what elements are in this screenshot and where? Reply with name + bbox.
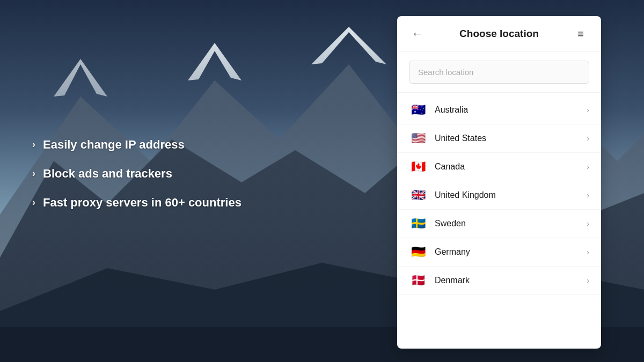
search-wrapper	[409, 61, 589, 84]
chevron-united-states: ›	[587, 134, 589, 143]
country-item-canada[interactable]: 🇨🇦 Canada ›	[397, 153, 601, 181]
feature-text-2: Block ads and trackers	[43, 167, 172, 181]
panel-title: Choose location	[459, 28, 539, 40]
flag-canada: 🇨🇦	[409, 160, 427, 173]
feature-item-2: › Block ads and trackers	[32, 167, 241, 181]
flag-sweden: 🇸🇪	[409, 217, 427, 230]
search-section	[397, 52, 601, 93]
country-name-denmark: Denmark	[435, 276, 587, 285]
features-section: › Easily change IP address › Block ads a…	[32, 138, 241, 225]
flag-denmark: 🇩🇰	[409, 274, 427, 287]
chevron-icon-1: ›	[32, 139, 35, 150]
country-name-australia: Australia	[435, 105, 587, 115]
chevron-sweden: ›	[587, 219, 589, 228]
panel-header: ← Choose location ≡	[397, 16, 601, 52]
country-item-germany[interactable]: 🇩🇪 Germany ›	[397, 238, 601, 267]
country-name-united-kingdom: United Kingdom	[435, 190, 587, 200]
country-name-germany: Germany	[435, 247, 587, 257]
flag-united-states: 🇺🇸	[409, 132, 427, 145]
chevron-united-kingdom: ›	[587, 191, 589, 200]
country-item-sweden[interactable]: 🇸🇪 Sweden ›	[397, 210, 601, 238]
flag-australia: 🇦🇺	[409, 104, 427, 116]
countries-list[interactable]: 🇦🇺 Australia › 🇺🇸 United States › 🇨🇦 Can…	[397, 93, 601, 349]
chevron-icon-2: ›	[32, 168, 35, 179]
chevron-australia: ›	[587, 106, 589, 114]
flag-germany: 🇩🇪	[409, 246, 427, 258]
feature-item-1: › Easily change IP address	[32, 138, 241, 152]
country-name-sweden: Sweden	[435, 219, 587, 228]
country-name-canada: Canada	[435, 162, 587, 172]
country-item-united-kingdom[interactable]: 🇬🇧 United Kingdom ›	[397, 181, 601, 210]
country-item-denmark[interactable]: 🇩🇰 Denmark ›	[397, 267, 601, 295]
chevron-canada: ›	[587, 162, 589, 171]
chevron-germany: ›	[587, 248, 589, 256]
chevron-denmark: ›	[587, 276, 589, 285]
country-item-australia[interactable]: 🇦🇺 Australia ›	[397, 96, 601, 124]
feature-item-3: › Fast proxy servers in 60+ countries	[32, 196, 241, 210]
search-input[interactable]	[409, 61, 589, 84]
country-name-united-states: United States	[435, 134, 587, 143]
menu-button[interactable]: ≡	[572, 28, 589, 40]
back-button[interactable]: ←	[409, 27, 426, 41]
feature-text-1: Easily change IP address	[43, 138, 185, 152]
flag-united-kingdom: 🇬🇧	[409, 189, 427, 202]
location-panel: ← Choose location ≡ 🇦🇺 Australia › 🇺🇸 Un…	[397, 16, 601, 349]
country-item-united-states[interactable]: 🇺🇸 United States ›	[397, 124, 601, 153]
chevron-icon-3: ›	[32, 197, 35, 208]
feature-text-3: Fast proxy servers in 60+ countries	[43, 196, 241, 210]
